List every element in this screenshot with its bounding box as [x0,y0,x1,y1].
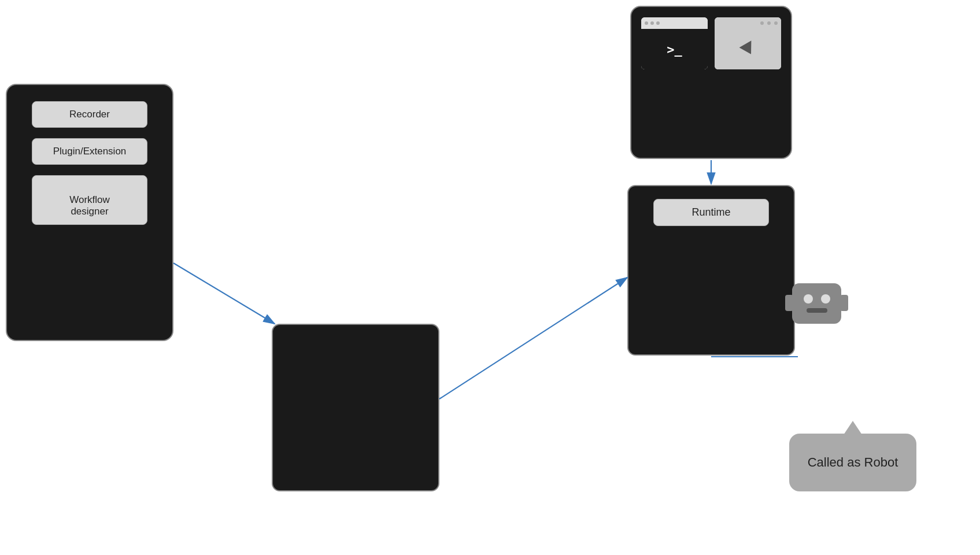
arrow-middle-to-right [439,278,627,399]
runtime-button: Runtime [653,199,769,226]
robot-eye-left [804,294,813,304]
dot2 [650,21,654,25]
plugin-extension-button: Plugin/Extension [32,138,147,165]
speech-bubble: Called as Robot [789,434,916,491]
robot-mouth [807,308,827,313]
terminal-icon: >_ [641,17,708,69]
middle-box [272,324,439,491]
cursor-arrow-icon [739,40,757,57]
arrow-left-to-middle [173,263,275,324]
robot-figure [792,283,841,324]
right-box: Runtime [627,185,795,356]
robot-head [792,283,841,324]
bdot2 [767,21,771,25]
robot-eye-right [821,294,830,304]
robot-eyes [804,294,830,304]
terminal-text: >_ [667,42,682,57]
workflow-designer-button: Workflowdesigner [32,175,147,225]
robot-ear-left [785,295,793,311]
robot-ear-right [840,295,848,311]
top-box: >_ [630,6,792,159]
bdot3 [774,21,778,25]
bdot1 [760,21,764,25]
dot1 [645,21,648,25]
browser-icon [715,17,781,69]
diagram-container: Recorder Plugin/Extension Workflowdesign… [0,0,980,555]
left-box: Recorder Plugin/Extension Workflowdesign… [6,84,173,341]
dot3 [656,21,660,25]
recorder-button: Recorder [32,101,147,128]
